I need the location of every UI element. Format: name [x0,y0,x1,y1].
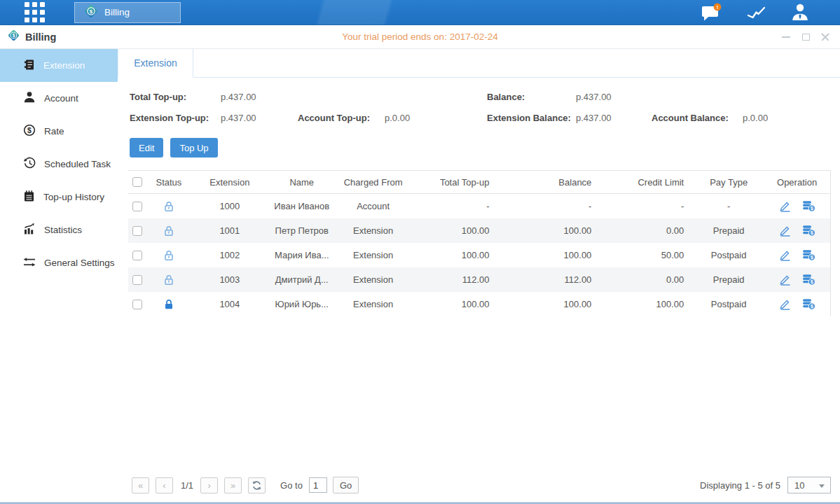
edit-icon[interactable] [779,225,791,237]
balance-value: p.437.00 [576,92,612,102]
cell-credit-limit: - [601,201,694,211]
general-settings-icon [23,257,36,270]
table-row[interactable]: 1002 Мария Ива... Extension 100.00 100.0… [128,243,830,267]
row-checkbox[interactable] [132,251,142,260]
topup-icon[interactable]: $ [802,274,815,286]
sidebar-item-label: Rate [44,126,64,136]
minimize-icon[interactable] [781,32,791,42]
maximize-icon[interactable] [801,32,811,42]
row-checkbox[interactable] [132,226,142,236]
account-topup-value: p.0.00 [385,113,410,123]
prev-page-button[interactable]: ‹ [156,477,173,493]
topup-icon[interactable]: $ [802,298,815,310]
goto-page-input[interactable] [309,477,327,493]
sidebar-item-rate[interactable]: $ Rate [0,115,118,148]
sidebar-item-general-settings[interactable]: General Settings [0,246,118,279]
col-extension: Extension [191,177,268,188]
sidebar-item-scheduled-task[interactable]: Scheduled Task [0,148,118,181]
apps-grid-icon[interactable] [25,2,45,22]
cell-total-topup: 100.00 [411,299,500,309]
cell-total-topup: 100.00 [411,250,500,260]
edit-icon[interactable] [779,274,791,286]
cell-total-topup: 100.00 [411,225,500,236]
pagination-bar: « ‹ 1/1 › » Go to Go Displaying 1 - 5 of… [118,477,840,502]
sidebar-item-extension[interactable]: Extension [0,49,118,82]
svg-text:!: ! [717,4,719,10]
sidebar-item-label: General Settings [44,258,115,268]
cell-total-topup: - [411,201,500,211]
taskbar-tab-billing[interactable]: $ Billing [74,2,181,23]
cell-pay-type: - [694,201,764,211]
col-credit-limit: Credit Limit [601,177,694,188]
first-page-button[interactable]: « [132,477,149,493]
sidebar-item-label: Statistics [44,225,82,235]
sidebar-item-account[interactable]: Account [0,82,118,115]
table-row[interactable]: 1004 Юрий Юрь... Extension 100.00 100.00… [128,292,830,316]
extension-balance-label: Extension Balance: [487,113,576,123]
refresh-button[interactable] [248,477,266,493]
page-indicator: 1/1 [181,480,193,491]
cell-charged-from: Extension [336,225,411,236]
billing-diamond-icon: $ [83,4,99,21]
sidebar-item-label: Top-up History [43,192,104,202]
sidebar-item-label: Account [44,93,78,104]
balance-label: Balance: [487,92,576,102]
cell-credit-limit: 100.00 [601,299,694,309]
statistics-trend-icon[interactable] [747,4,766,20]
status-lock-icon [163,201,174,212]
edit-button[interactable]: Edit [130,138,163,158]
select-all-checkbox[interactable] [132,177,142,187]
topup-icon[interactable]: $ [802,249,815,261]
billing-app-window: $ Billing ! $ Billing Your trial period … [0,0,840,504]
cell-pay-type: Postpaid [694,250,764,260]
status-lock-icon [163,250,174,261]
messages-icon[interactable]: ! [701,3,722,22]
table-row[interactable]: 1000 Иван Иванов Account - - - - $ [128,194,830,218]
cell-credit-limit: 0.00 [601,225,694,236]
cell-charged-from: Extension [336,299,411,309]
edit-icon[interactable] [779,249,791,261]
col-charged-from: Charged From [336,177,411,188]
user-account-icon[interactable] [791,4,809,21]
close-icon[interactable] [820,32,830,42]
top-up-button[interactable]: Top Up [170,138,217,158]
extension-topup-value: p.437.00 [221,113,256,123]
row-checkbox[interactable] [132,300,142,309]
sidebar-item-label: Scheduled Task [44,159,111,169]
account-topup-label: Account Top-up: [298,113,385,123]
content-area: Extension Total Top-up: p.437.00 Balance… [118,49,840,502]
edit-icon[interactable] [779,298,791,310]
go-button[interactable]: Go [333,477,359,493]
edit-icon[interactable] [779,200,791,212]
table-header: Status Extension Name Charged From Total… [128,170,830,194]
topup-icon[interactable]: $ [802,200,815,212]
sidebar-item-topup-history[interactable]: Top-up History [0,181,118,214]
row-checkbox[interactable] [132,275,142,285]
status-lock-icon [163,299,174,310]
sidebar: Extension Account $ Rate Scheduled Task … [0,49,118,502]
cell-credit-limit: 0.00 [601,274,694,285]
row-checkbox[interactable] [132,202,142,211]
cell-extension: 1004 [191,299,268,309]
next-page-button[interactable]: › [200,477,218,493]
page-size-value: 10 [794,480,804,491]
cell-extension: 1000 [191,201,268,211]
table-row[interactable]: 1003 Дмитрий Д... Extension 112.00 112.0… [128,267,830,292]
page-size-select[interactable]: 10 [787,477,831,493]
sidebar-item-statistics[interactable]: Statistics [0,214,118,246]
col-pay-type: Pay Type [694,177,764,188]
col-balance: Balance [499,177,601,188]
cell-extension: 1002 [191,250,268,260]
cell-pay-type: Prepaid [694,225,764,236]
extensions-table: Status Extension Name Charged From Total… [128,170,831,316]
last-page-button[interactable]: » [224,477,242,493]
tab-extension[interactable]: Extension [118,49,193,78]
svg-text:$: $ [13,33,15,38]
extension-icon [23,59,35,73]
table-row[interactable]: 1001 Петр Петров Extension 100.00 100.00… [128,218,830,243]
total-topup-label: Total Top-up: [130,92,221,102]
total-topup-value: p.437.00 [221,92,256,102]
cell-balance: 100.00 [499,225,601,236]
topup-icon[interactable]: $ [802,225,815,237]
cell-total-topup: 112.00 [411,274,500,285]
